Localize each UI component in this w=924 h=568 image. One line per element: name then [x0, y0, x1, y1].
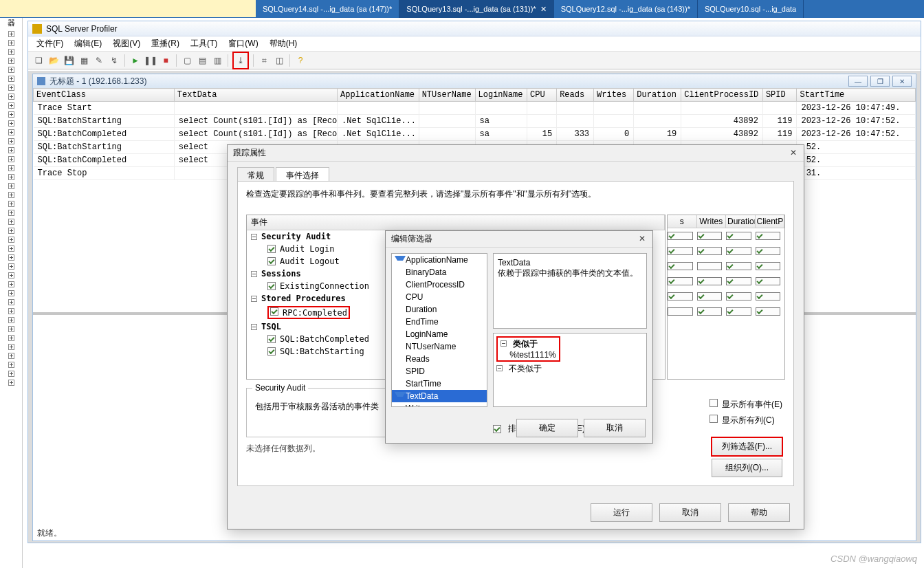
filter-column-item[interactable]: NTUserName	[392, 340, 487, 353]
grid-checkbox[interactable]	[726, 274, 756, 289]
grid-checkbox[interactable]	[726, 243, 756, 259]
sql-tab[interactable]: SQLQuery12.sql -...ig_data (sa (143))*	[554, 0, 698, 18]
open-icon[interactable]: 📂	[47, 54, 60, 67]
filter-column-item[interactable]: ApplicationName	[392, 254, 487, 266]
properties-icon[interactable]: ▦	[78, 54, 90, 67]
grid-checkbox[interactable]	[697, 243, 727, 259]
grid-checkbox[interactable]	[726, 228, 756, 243]
tree-collapse-icon[interactable]	[500, 340, 507, 347]
tree-expand-icon[interactable]	[8, 76, 14, 82]
analysis-icon[interactable]: ⌗	[258, 54, 270, 67]
grid-checkbox[interactable]	[756, 259, 785, 274]
tree-expand-icon[interactable]	[8, 344, 14, 350]
close-icon[interactable]: ✕	[540, 5, 547, 14]
grid-checkbox[interactable]	[668, 259, 697, 274]
grid-checkbox[interactable]	[697, 274, 727, 289]
close-icon[interactable]: ✕	[636, 234, 648, 245]
scroll-icon[interactable]: ⤓	[234, 54, 247, 67]
tree-expand-icon[interactable]	[8, 192, 14, 198]
table-row[interactable]: Trace Start2023-12-26 10:47:49.	[34, 102, 916, 115]
grid-checkbox[interactable]	[668, 228, 697, 243]
grid-checkbox[interactable]	[726, 304, 756, 319]
grid-checkbox[interactable]	[726, 259, 756, 274]
organize-cols-button[interactable]: 组织列(O)...	[712, 459, 782, 477]
grid-checkbox[interactable]	[668, 243, 697, 259]
event-checkbox[interactable]	[267, 335, 276, 343]
tree-collapse-icon[interactable]	[251, 271, 257, 277]
tree-expand-icon[interactable]	[8, 49, 14, 55]
table-row[interactable]: SQL:BatchCompletedselect Count(s101.[Id]…	[34, 128, 916, 141]
event-item[interactable]: Audit Login	[280, 244, 334, 254]
grid-checkbox[interactable]	[697, 228, 727, 243]
new-trace-icon[interactable]: ❏	[32, 54, 45, 67]
tree-expand-icon[interactable]	[8, 31, 14, 37]
tree-expand-icon[interactable]	[8, 156, 14, 162]
sql-tab[interactable]: SQLQuery14.sql -...ig_data (sa (147))*	[256, 0, 399, 18]
filter-column-item[interactable]: StartTime	[392, 378, 487, 390]
event-checkbox[interactable]	[270, 307, 278, 316]
grid-checkbox[interactable]	[756, 289, 785, 304]
like-value[interactable]: %test1111%	[509, 350, 556, 360]
column-list[interactable]: ApplicationNameBinaryDataClientProcessID…	[391, 253, 487, 407]
help-icon[interactable]: ?	[294, 54, 307, 67]
column-header[interactable]: CPU	[527, 89, 557, 102]
tree-expand-icon[interactable]	[8, 228, 14, 234]
menu-window[interactable]: 窗口(W)	[224, 36, 262, 51]
tree-expand-icon[interactable]	[8, 263, 14, 270]
column-header[interactable]: Reads	[557, 89, 594, 102]
grid-checkbox[interactable]	[668, 289, 697, 304]
event-item[interactable]: RPC:Completed	[283, 308, 347, 318]
filter-column-item[interactable]: BinaryData	[392, 266, 487, 278]
tree-expand-icon[interactable]	[496, 365, 503, 371]
help-button[interactable]: 帮助	[728, 503, 790, 522]
filter-column-item[interactable]: ClientProcessID	[392, 278, 487, 291]
cancel-button[interactable]: 取消	[659, 503, 721, 522]
column-header[interactable]: ClientProcessID	[681, 89, 763, 102]
column-header[interactable]: Writes	[594, 89, 634, 102]
minimize-button[interactable]: —	[848, 76, 868, 87]
tree-expand-icon[interactable]	[8, 245, 14, 252]
column-header[interactable]: StartTime	[797, 89, 916, 102]
column-header[interactable]: Duration	[634, 89, 681, 102]
show-all-cols-checkbox[interactable]: 显示所有列(C)	[710, 415, 782, 426]
tree-expand-icon[interactable]	[8, 308, 14, 314]
event-item[interactable]: SQL:BatchStarting	[280, 347, 364, 356]
perf-icon[interactable]: ◫	[273, 54, 285, 67]
tree-expand-icon[interactable]	[8, 174, 14, 180]
menu-replay[interactable]: 重播(R)	[147, 36, 184, 51]
filter-column-item[interactable]: LoginName	[392, 328, 487, 340]
ok-button[interactable]: 确定	[516, 419, 578, 437]
tree-expand-icon[interactable]	[8, 40, 14, 46]
pause-icon[interactable]: ❚❚	[144, 54, 157, 67]
tree-collapse-icon[interactable]	[251, 296, 257, 302]
tree-expand-icon[interactable]	[8, 219, 14, 225]
grid-checkbox[interactable]	[756, 228, 785, 243]
tree-expand-icon[interactable]	[8, 85, 14, 91]
tree-expand-icon[interactable]	[8, 138, 14, 144]
filter-column-item[interactable]: TextData	[392, 390, 487, 402]
tree-expand-icon[interactable]	[8, 237, 14, 243]
sql-tab[interactable]: SQLQuery10.sql -...ig_data	[698, 0, 804, 18]
tree-expand-icon[interactable]	[8, 299, 14, 305]
tree-expand-icon[interactable]	[8, 111, 14, 118]
run-button[interactable]: 运行	[591, 503, 652, 522]
grid-checkbox[interactable]	[697, 304, 727, 319]
clear-icon[interactable]: ▢	[181, 54, 193, 67]
maximize-button[interactable]: ❐	[870, 76, 890, 87]
tree-expand-icon[interactable]	[8, 94, 14, 100]
tree-expand-icon[interactable]	[8, 147, 14, 153]
tree-expand-icon[interactable]	[8, 201, 14, 207]
grid-checkbox[interactable]	[697, 289, 727, 304]
grid-checkbox[interactable]	[756, 243, 785, 259]
event-item[interactable]: ExistingConnection	[280, 281, 369, 291]
menu-edit[interactable]: 编辑(E)	[70, 36, 106, 51]
tree-expand-icon[interactable]	[8, 290, 14, 296]
tree-expand-icon[interactable]	[8, 102, 14, 109]
tree-expand-icon[interactable]	[8, 165, 14, 171]
tree-expand-icon[interactable]	[8, 120, 14, 127]
event-item[interactable]: SQL:BatchCompleted	[280, 334, 369, 344]
column-header[interactable]: SPID	[762, 89, 797, 102]
column-filter-button[interactable]: 列筛选器(F)...	[712, 437, 782, 456]
filter-column-item[interactable]: SPID	[392, 365, 487, 378]
filter-column-item[interactable]: EndTime	[392, 316, 487, 328]
